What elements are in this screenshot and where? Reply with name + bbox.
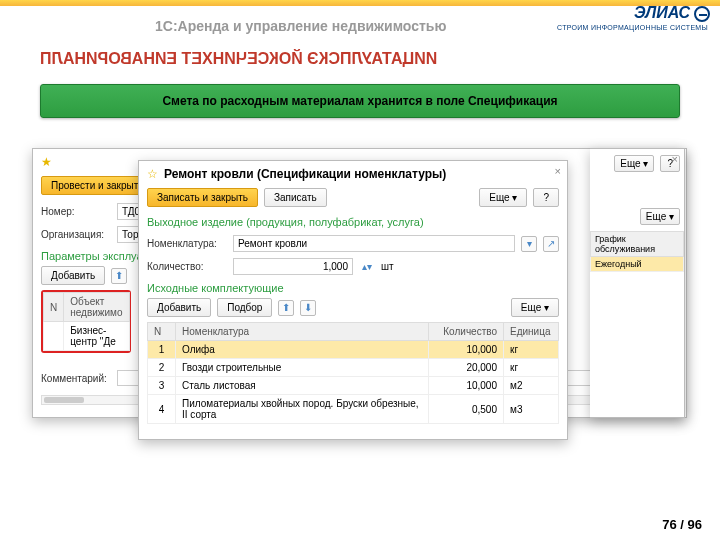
qty-input[interactable] [233, 258, 353, 275]
label-comment: Комментарий: [41, 373, 111, 384]
table-row[interactable]: Бизнес-центр "Де [44, 322, 130, 351]
help-button[interactable]: ? [533, 188, 559, 207]
window-title: Ремонт кровли (Спецификации номенклатуры… [164, 167, 446, 181]
col-n: N [148, 323, 176, 341]
app-title: 1С:Аренда и управление недвижимостью [155, 18, 446, 34]
section-title: ПЛАНИРОВАНИЕ ТЕХНИЧЕСКОЙ ЭКСПЛУАТАЦИИ [40, 50, 437, 68]
logo-text: ЭЛИАС [634, 4, 710, 22]
close-icon[interactable]: × [672, 153, 678, 165]
components-table: N Номенклатура Количество Единица 1Олифа… [147, 322, 559, 424]
more-button[interactable]: Еще ▾ [479, 188, 527, 207]
more-button-2[interactable]: Еще ▾ [640, 208, 680, 225]
col-schedule: График обслуживания [591, 232, 684, 257]
col-qty: Количество [429, 323, 504, 341]
col-nomenclature: Номенклатура [176, 323, 429, 341]
col-unit: Единица [504, 323, 559, 341]
window-spec: × ☆ Ремонт кровли (Спецификации номенкла… [138, 160, 568, 440]
source-heading: Исходные комплектующие [139, 278, 567, 298]
col-n: N [44, 293, 64, 322]
down-icon[interactable]: ⬇ [300, 300, 316, 316]
add-button[interactable]: Добавить [41, 266, 105, 285]
objects-table: NОбъект недвижимо Бизнес-центр "Де [43, 292, 130, 351]
more-button[interactable]: Еще ▾ [511, 298, 559, 317]
nomenclature-input[interactable] [233, 235, 515, 252]
open-icon[interactable]: ↗ [543, 236, 559, 252]
save-close-button[interactable]: Записать и закрыть [147, 188, 258, 207]
pick-button[interactable]: Подбор [217, 298, 272, 317]
top-stripe [0, 0, 720, 6]
add-button[interactable]: Добавить [147, 298, 211, 317]
table-row[interactable]: 4Пиломатериалы хвойных пород. Бруски обр… [148, 395, 559, 424]
label-org: Организация: [41, 229, 111, 240]
callout-banner: Смета по расходным материалам хранится в… [40, 84, 680, 118]
label-nomenclature: Номенклатура: [147, 238, 227, 249]
up-icon[interactable]: ⬆ [278, 300, 294, 316]
page-number: 76 / 96 [662, 517, 702, 532]
logo-subtext: СТРОИМ ИНФОРМАЦИОННЫЕ СИСТЕМЫ [557, 24, 708, 31]
window-side: × Еще ▾ ? Еще ▾ График обслуживания Ежег… [590, 148, 685, 418]
table-row[interactable]: 3Сталь листовая10,000м2 [148, 377, 559, 395]
star-icon: ★ [41, 155, 52, 169]
label-qty: Количество: [147, 261, 227, 272]
close-icon[interactable]: × [555, 165, 561, 177]
output-heading: Выходное изделие (продукция, полуфабрика… [139, 212, 567, 232]
col-object: Объект недвижимо [64, 293, 129, 322]
label-number: Номер: [41, 206, 111, 217]
table-row[interactable]: Ежегодный [591, 257, 684, 272]
table-row[interactable]: 2Гвозди строительные20,000кг [148, 359, 559, 377]
unit-label: шт [381, 261, 394, 272]
schedule-table: График обслуживания Ежегодный [590, 231, 684, 272]
table-row[interactable]: 1Олифа10,000кг [148, 341, 559, 359]
post-close-button[interactable]: Провести и закрыть [41, 176, 153, 195]
stepper-icon[interactable]: ▴▾ [359, 259, 375, 275]
up-icon[interactable]: ⬆ [111, 268, 127, 284]
dropdown-icon[interactable]: ▾ [521, 236, 537, 252]
more-button[interactable]: Еще ▾ [614, 155, 654, 172]
save-button[interactable]: Записать [264, 188, 327, 207]
star-icon: ☆ [147, 167, 158, 181]
